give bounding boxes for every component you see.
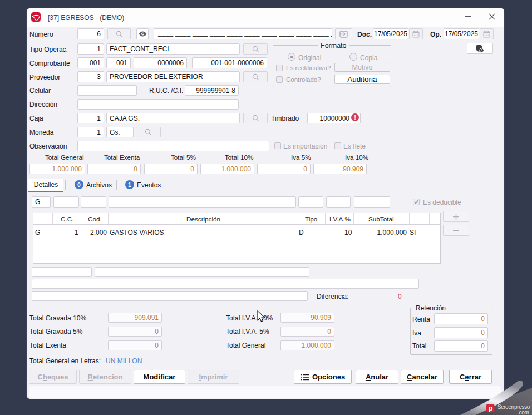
svg-text:.com: .com	[518, 409, 529, 415]
svg-text:p: p	[489, 404, 493, 412]
